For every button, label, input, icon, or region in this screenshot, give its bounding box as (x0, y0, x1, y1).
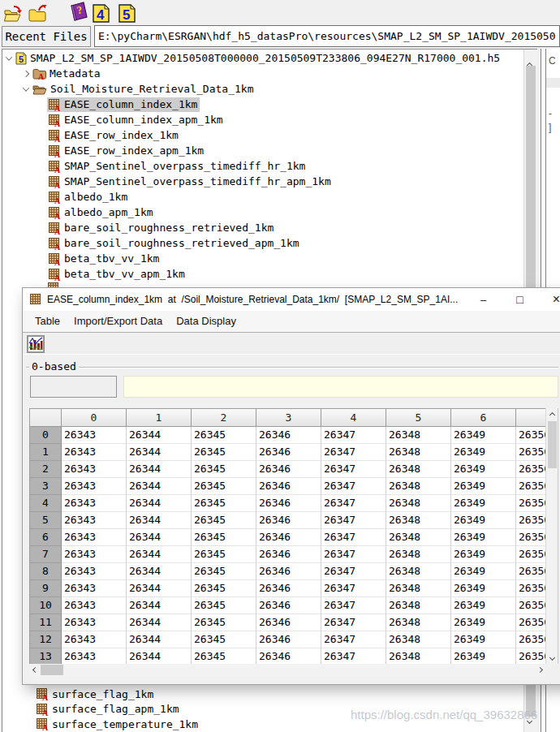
table-cell[interactable]: 26345 (192, 427, 256, 444)
expand-icon[interactable] (23, 70, 29, 76)
table-cell[interactable]: 26344 (127, 427, 192, 444)
table-cell[interactable]: 26349 (451, 631, 516, 648)
scroll-up-icon[interactable] (549, 411, 554, 417)
table-cell[interactable]: 26348 (386, 444, 451, 461)
table-cell[interactable]: 26345 (192, 495, 256, 512)
tree-item-dataset[interactable]: A bare_soil_roughness_retrieved_1km (2, 220, 523, 235)
row-header[interactable]: 5 (30, 512, 62, 529)
table-cell[interactable]: 26346 (256, 546, 321, 563)
column-header[interactable]: 0 (62, 409, 127, 427)
table-cell[interactable]: 26346 (256, 529, 321, 546)
table-cell[interactable]: 26343 (62, 529, 127, 546)
table-cell[interactable]: 26343 (62, 563, 127, 580)
table-cell[interactable]: 26349 (451, 495, 516, 512)
row-header[interactable]: 6 (30, 529, 62, 546)
table-cell[interactable]: 26343 (62, 495, 127, 512)
table-cell[interactable]: 26347 (321, 495, 386, 512)
table-cell[interactable]: 26346 (256, 444, 321, 461)
table-cell[interactable]: 26343 (62, 648, 127, 664)
table-cell[interactable]: 26349 (451, 648, 516, 664)
table-cell[interactable]: 26344 (127, 614, 192, 631)
minimize-button[interactable]: – (465, 288, 502, 311)
table-cell[interactable]: 26350 (516, 614, 545, 631)
table-cell[interactable]: 26345 (192, 444, 256, 461)
table-cell[interactable]: 26343 (62, 461, 127, 478)
table-cell[interactable]: 26348 (386, 648, 451, 664)
table-cell[interactable]: 26346 (256, 512, 321, 529)
row-header[interactable]: 12 (30, 631, 62, 648)
table-cell[interactable]: 26343 (62, 427, 127, 444)
scrollbar-thumb[interactable] (41, 665, 63, 675)
tree-item-dataset[interactable]: A beta_tbv_vv_1km (2, 251, 523, 266)
table-cell[interactable]: 26347 (321, 461, 386, 478)
window-titlebar[interactable]: EASE_column_index_1km at /Soil_Moisture_… (23, 288, 560, 311)
table-cell[interactable]: 26346 (256, 461, 321, 478)
tree-item-dataset[interactable]: A EASE_row_index_1km (2, 127, 523, 143)
table-cell[interactable]: 26346 (256, 495, 321, 512)
table-cell[interactable]: 26344 (127, 597, 192, 614)
maximize-button[interactable]: □ (502, 288, 538, 311)
table-cell[interactable]: 26350 (516, 461, 545, 478)
table-cell[interactable]: 26346 (256, 631, 321, 648)
table-cell[interactable]: 26349 (451, 529, 516, 546)
table-cell[interactable]: 26348 (386, 461, 451, 478)
table-cell[interactable]: 26345 (192, 631, 256, 648)
tree-item-dataset[interactable]: A EASE_column_index_apm_1km (2, 112, 523, 127)
table-cell[interactable]: 26347 (321, 444, 386, 461)
table-horizontal-scrollbar[interactable] (29, 664, 545, 676)
table-cell[interactable]: 26343 (62, 597, 127, 614)
table-cell[interactable]: 26350 (516, 495, 545, 512)
table-cell[interactable]: 26344 (127, 495, 192, 512)
scroll-left-icon[interactable] (32, 666, 37, 672)
table-cell[interactable]: 26350 (516, 512, 545, 529)
table-cell[interactable]: 26348 (386, 478, 451, 495)
lineplot-button[interactable] (27, 335, 45, 353)
table-cell[interactable]: 26344 (127, 461, 192, 478)
menu-data-display[interactable]: Data Display (170, 312, 242, 330)
tree-item-dataset[interactable]: A EASE_column_index_1km (2, 97, 523, 112)
tree-item-metadata[interactable]: A Metadata (2, 66, 523, 81)
table-cell[interactable]: 26349 (451, 614, 516, 631)
column-header[interactable]: 3 (256, 409, 321, 427)
scrollbar-thumb[interactable] (548, 421, 557, 468)
table-cell[interactable]: 26349 (451, 512, 516, 529)
table-cell[interactable]: 26343 (62, 478, 127, 495)
table-cell[interactable]: 26345 (192, 546, 256, 563)
table-cell[interactable]: 26343 (62, 546, 127, 563)
open-file-button[interactable] (3, 2, 24, 24)
table-cell[interactable]: 26343 (62, 580, 127, 597)
column-header[interactable]: 6 (451, 409, 516, 427)
tree-item-dataset[interactable]: A albedo_1km (2, 189, 523, 205)
row-header[interactable]: 10 (30, 597, 62, 614)
table-cell[interactable]: 26350 (516, 478, 545, 495)
row-header[interactable]: 3 (30, 478, 62, 495)
table-cell[interactable]: 26348 (386, 546, 451, 563)
row-header[interactable]: 8 (30, 563, 62, 580)
table-cell[interactable]: 26349 (451, 597, 516, 614)
table-cell[interactable]: 26350 (516, 546, 545, 563)
table-cell[interactable]: 26345 (192, 478, 256, 495)
table-corner-cell[interactable] (30, 409, 62, 427)
table-vertical-scrollbar[interactable] (545, 408, 558, 664)
table-cell[interactable]: 26347 (321, 529, 386, 546)
table-cell[interactable]: 26344 (127, 631, 192, 648)
table-cell[interactable]: 26347 (321, 478, 386, 495)
table-cell[interactable]: 26343 (62, 512, 127, 529)
table-cell[interactable]: 26346 (256, 597, 321, 614)
hdf5-button[interactable]: 5 (117, 2, 138, 24)
table-cell[interactable]: 26347 (321, 546, 386, 563)
table-cell[interactable]: 26346 (256, 478, 321, 495)
table-cell[interactable]: 26346 (256, 563, 321, 580)
selection-position-field[interactable] (30, 376, 117, 398)
table-cell[interactable]: 26350 (516, 648, 545, 664)
table-cell[interactable]: 26345 (192, 597, 256, 614)
table-cell[interactable]: 26345 (192, 461, 256, 478)
table-cell[interactable]: 26347 (321, 580, 386, 597)
table-cell[interactable]: 26347 (321, 427, 386, 444)
column-header[interactable]: 2 (192, 409, 256, 427)
table-cell[interactable]: 26346 (256, 648, 321, 664)
table-cell[interactable]: 26349 (451, 580, 516, 597)
row-header[interactable]: 1 (30, 444, 62, 461)
table-cell[interactable]: 26346 (256, 580, 321, 597)
table-cell[interactable]: 26349 (451, 444, 516, 461)
